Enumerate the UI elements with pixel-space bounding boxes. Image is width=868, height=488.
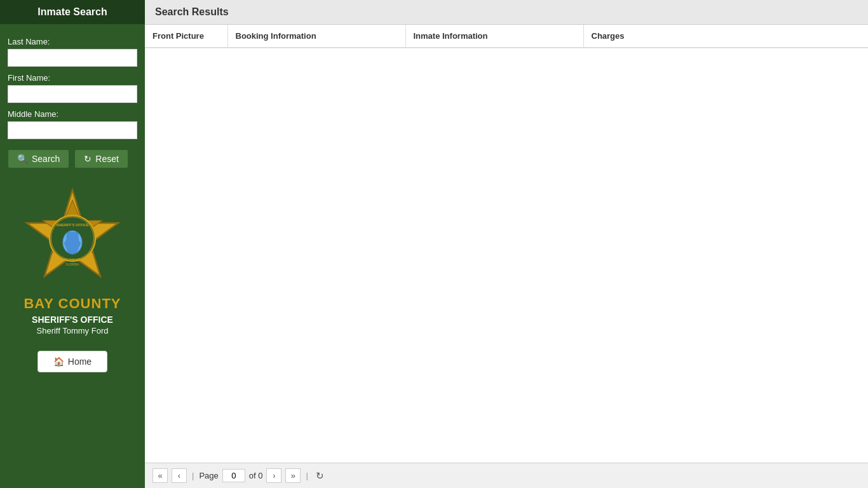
reset-button[interactable]: ↻ Reset	[74, 149, 128, 168]
svg-text:FLORIDA: FLORIDA	[66, 263, 80, 266]
page-label: Page	[199, 471, 218, 480]
last-name-label: Last Name:	[8, 37, 137, 46]
main-header: Search Results	[145, 0, 868, 25]
pagination-refresh-icon: ↻	[316, 470, 324, 481]
col-header-booking-information: Booking Information	[227, 25, 405, 48]
col-header-front-picture: Front Picture	[145, 25, 227, 48]
reset-button-label: Reset	[95, 154, 119, 164]
pagination-separator: |	[192, 471, 194, 480]
badge-area: SHERIFF'S OFFICE BAY COUNTY FLORIDA BAY …	[15, 175, 130, 488]
results-table: Front Picture Booking Information Inmate…	[145, 25, 868, 48]
home-button-label: Home	[68, 356, 92, 367]
table-header-row: Front Picture Booking Information Inmate…	[145, 25, 868, 48]
col-header-charges: Charges	[583, 25, 868, 48]
page-number-input[interactable]	[222, 469, 245, 482]
org-sub1: SHERIFF'S OFFICE	[32, 315, 113, 325]
results-table-container[interactable]: Front Picture Booking Information Inmate…	[145, 25, 868, 463]
of-label: of 0	[249, 471, 263, 480]
pag-separator-2: |	[306, 471, 308, 480]
svg-text:BAY COUNTY: BAY COUNTY	[61, 258, 85, 262]
results-area: Front Picture Booking Information Inmate…	[145, 25, 868, 488]
sidebar: Inmate Search Last Name: First Name: Mid…	[0, 0, 145, 488]
pagination-refresh-button[interactable]: ↻	[316, 470, 324, 482]
svg-text:SHERIFF'S OFFICE: SHERIFF'S OFFICE	[56, 223, 88, 227]
middle-name-input[interactable]	[8, 121, 137, 139]
org-sub2: Sheriff Tommy Ford	[37, 326, 109, 336]
middle-name-label: Middle Name:	[8, 109, 137, 119]
home-button[interactable]: 🏠 Home	[37, 351, 107, 372]
main-content: Search Results Front Picture Booking Inf…	[145, 0, 868, 488]
reset-icon: ↻	[84, 154, 92, 164]
prev-page-button[interactable]: ‹	[172, 468, 187, 483]
home-icon: 🏠	[53, 356, 64, 367]
sidebar-title: Inmate Search	[0, 0, 145, 24]
first-page-button[interactable]: «	[153, 468, 168, 483]
first-page-icon: «	[158, 471, 162, 480]
search-form: Last Name: First Name: Middle Name: 🔍 Se…	[0, 24, 145, 175]
pagination-bar: « ‹ | Page of 0 › » | ↻	[145, 463, 868, 488]
col-header-inmate-information: Inmate Information	[405, 25, 583, 48]
sheriff-badge: SHERIFF'S OFFICE BAY COUNTY FLORIDA	[22, 187, 123, 289]
first-name-input[interactable]	[8, 85, 137, 103]
search-button-label: Search	[32, 154, 60, 164]
last-page-button[interactable]: »	[285, 468, 301, 483]
next-page-icon: ›	[273, 471, 275, 480]
last-name-input[interactable]	[8, 49, 137, 67]
last-page-icon: »	[291, 471, 295, 480]
next-page-button[interactable]: ›	[266, 468, 281, 483]
search-icon: 🔍	[17, 154, 28, 164]
form-button-row: 🔍 Search ↻ Reset	[8, 149, 137, 168]
prev-page-icon: ‹	[178, 471, 180, 480]
first-name-label: First Name:	[8, 73, 137, 83]
org-name: BAY COUNTY	[24, 295, 121, 312]
search-button[interactable]: 🔍 Search	[8, 149, 69, 168]
